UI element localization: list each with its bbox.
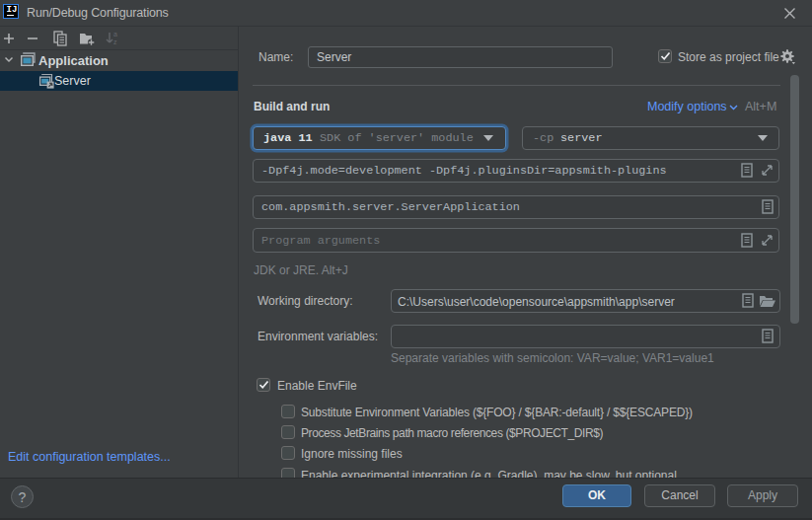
svg-text:z: z <box>113 38 117 45</box>
svg-text:a: a <box>113 31 117 37</box>
